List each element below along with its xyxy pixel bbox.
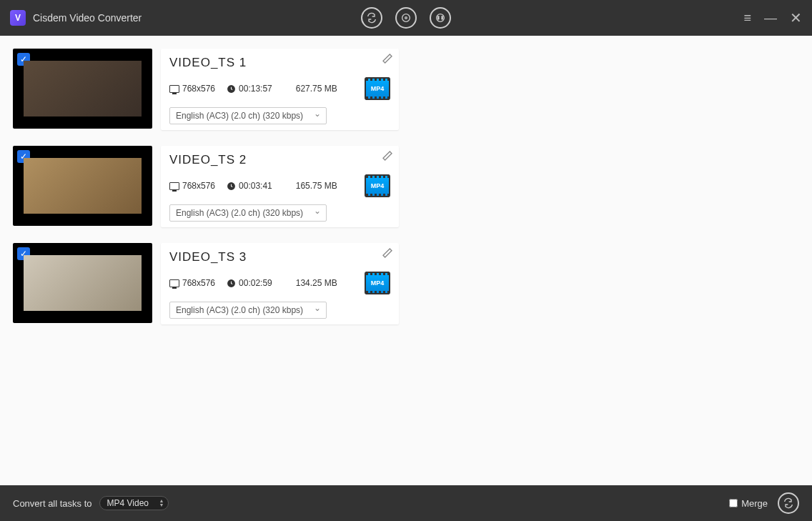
window-controls: ≡ — ✕ — [743, 9, 802, 26]
download-mode-icon[interactable] — [430, 7, 451, 29]
video-thumbnail[interactable]: ✓ — [13, 243, 152, 323]
metadata-row: 768x576 00:13:57 627.75 MB MP4 — [169, 77, 390, 100]
resolution: 768x576 — [169, 181, 215, 191]
rip-mode-icon[interactable] — [395, 7, 417, 29]
clock-icon — [227, 182, 236, 191]
app-logo: V — [10, 10, 26, 26]
filesize: 627.75 MB — [284, 84, 337, 94]
app-title: Cisdem Video Converter — [33, 12, 142, 24]
screen-icon — [169, 279, 179, 287]
video-title: VIDEO_TS 2 — [169, 153, 390, 167]
edit-icon[interactable] — [382, 53, 393, 67]
output-format-button[interactable]: MP4 — [365, 174, 390, 197]
audio-track-select[interactable]: English (AC3) (2.0 ch) (320 kbps) — [169, 204, 327, 222]
audio-track-select[interactable]: English (AC3) (2.0 ch) (320 kbps) — [169, 302, 327, 319]
svg-point-4 — [442, 16, 443, 18]
video-thumbnail[interactable]: ✓ — [13, 49, 152, 129]
mode-switcher — [361, 7, 451, 29]
svg-point-0 — [402, 14, 410, 22]
audio-track-select[interactable]: English (AC3) (2.0 ch) (320 kbps) — [169, 107, 327, 124]
task-card: ✓ VIDEO_TS 3 768x576 00:02:59 134.25 MB … — [13, 243, 399, 324]
size-icon — [284, 84, 293, 94]
video-title: VIDEO_TS 3 — [169, 250, 390, 264]
start-convert-button[interactable] — [778, 492, 799, 514]
metadata-row: 768x576 00:03:41 165.75 MB MP4 — [169, 174, 390, 197]
duration: 00:03:41 — [227, 181, 272, 191]
video-thumbnail[interactable]: ✓ — [13, 146, 152, 226]
title-bar: V Cisdem Video Converter ≡ — ✕ — [0, 0, 812, 36]
menu-icon[interactable]: ≡ — [743, 11, 751, 26]
output-format-select[interactable]: MP4 Video — [99, 496, 169, 510]
merge-label: Merge — [741, 498, 768, 509]
video-title: VIDEO_TS 1 — [169, 56, 390, 70]
task-info-panel: VIDEO_TS 1 768x576 00:13:57 627.75 MB MP… — [161, 49, 399, 130]
svg-point-3 — [438, 16, 440, 18]
task-list-area: ✓ VIDEO_TS 1 768x576 00:13:57 627.75 MB … — [0, 36, 812, 485]
resolution: 768x576 — [169, 84, 215, 94]
merge-checkbox[interactable] — [729, 499, 738, 507]
metadata-row: 768x576 00:02:59 134.25 MB MP4 — [169, 272, 390, 294]
clock-icon — [227, 279, 236, 288]
output-format-button[interactable]: MP4 — [365, 77, 390, 100]
size-icon — [284, 279, 293, 288]
filesize: 165.75 MB — [284, 181, 337, 191]
duration: 00:13:57 — [227, 84, 272, 94]
task-info-panel: VIDEO_TS 3 768x576 00:02:59 134.25 MB MP… — [161, 243, 399, 324]
minimize-icon[interactable]: — — [764, 11, 777, 26]
convert-mode-icon[interactable] — [361, 7, 382, 29]
screen-icon — [169, 182, 179, 190]
edit-icon[interactable] — [382, 150, 393, 164]
edit-icon[interactable] — [382, 247, 393, 262]
svg-point-2 — [437, 14, 445, 22]
close-icon[interactable]: ✕ — [790, 9, 802, 26]
merge-toggle[interactable]: Merge — [729, 498, 768, 509]
task-info-panel: VIDEO_TS 2 768x576 00:03:41 165.75 MB MP… — [161, 146, 399, 227]
task-card: ✓ VIDEO_TS 2 768x576 00:03:41 165.75 MB … — [13, 146, 399, 227]
task-grid: ✓ VIDEO_TS 1 768x576 00:13:57 627.75 MB … — [13, 49, 799, 324]
size-icon — [284, 182, 293, 191]
clock-icon — [227, 84, 236, 94]
screen-icon — [169, 85, 179, 93]
svg-point-1 — [405, 17, 407, 19]
svg-point-5 — [438, 19, 440, 20]
filesize: 134.25 MB — [284, 278, 337, 288]
bottom-bar: Convert all tasks to MP4 Video ▲▼ Merge — [0, 485, 812, 521]
task-card: ✓ VIDEO_TS 1 768x576 00:13:57 627.75 MB … — [13, 49, 399, 130]
output-format-button[interactable]: MP4 — [365, 272, 390, 294]
resolution: 768x576 — [169, 278, 215, 288]
convert-all-label: Convert all tasks to — [13, 498, 92, 509]
svg-point-6 — [442, 19, 443, 20]
duration: 00:02:59 — [227, 278, 272, 288]
